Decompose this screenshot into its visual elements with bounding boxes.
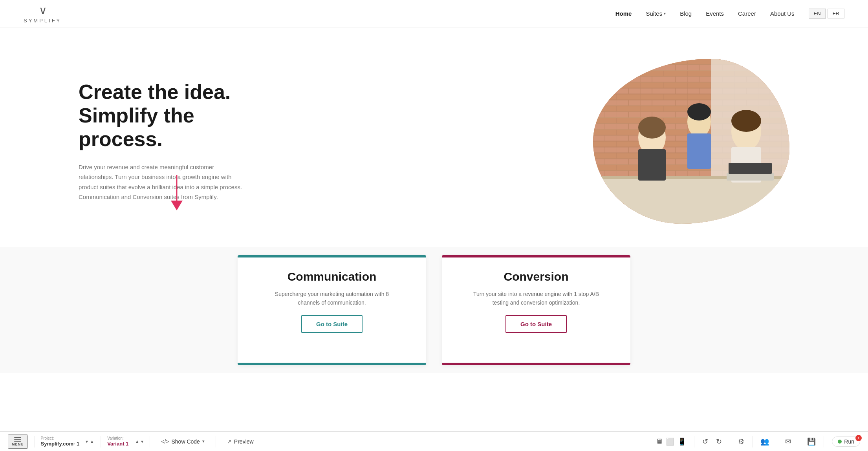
people-button[interactable]: 👥 [760, 437, 769, 446]
svg-rect-15 [729, 163, 772, 174]
variation-label: Variation: [107, 436, 128, 440]
toolbar-separator-7 [752, 436, 753, 447]
conversion-description: Turn your site into a revenue engine wit… [469, 290, 603, 307]
mobile-view-button[interactable]: 📱 [678, 437, 686, 446]
conversion-title: Conversion [504, 270, 568, 283]
save-icon: 💾 [807, 437, 816, 446]
card-bottom-bar-teal [238, 363, 426, 365]
nav-events[interactable]: Events [706, 10, 724, 17]
toolbar-separator-5 [694, 436, 694, 447]
communication-description: Supercharge your marketing automation wi… [265, 290, 399, 307]
variation-prev-arrow[interactable]: ▲ [135, 439, 139, 444]
nav-about-us[interactable]: About Us [770, 10, 795, 17]
hero-image [593, 59, 789, 224]
communication-card-body: Communication Supercharge your marketing… [238, 257, 426, 363]
toolbar-separator-9 [799, 436, 799, 447]
run-wrapper: Run 1 [832, 436, 860, 447]
chevron-down-icon: ▾ [664, 11, 666, 16]
toolbar-separator-8 [777, 436, 777, 447]
toolbar-separator-2 [101, 436, 101, 447]
nav-links: Home Suites ▾ Blog Events Career About U… [615, 9, 844, 18]
mail-button[interactable]: ✉ [785, 437, 791, 446]
project-nav-arrows: ▾ ▲ [86, 439, 94, 444]
communication-go-to-suite-button[interactable]: Go to Suite [301, 315, 363, 333]
svg-point-18 [731, 110, 761, 132]
conversion-card-body: Conversion Turn your site into a revenue… [442, 257, 630, 363]
device-group: 🖥 ⬜ 📱 [656, 437, 686, 446]
redo-icon: ↻ [716, 437, 722, 446]
project-prev-arrow[interactable]: ▾ [86, 439, 88, 444]
toolbar-separator-3 [150, 436, 150, 447]
svg-rect-11 [687, 133, 711, 169]
communication-title: Communication [288, 270, 377, 283]
hero-image-wrapper [283, 59, 789, 224]
mail-icon: ✉ [785, 437, 791, 446]
lang-fr-button[interactable]: FR [828, 9, 844, 18]
svg-point-16 [638, 117, 666, 139]
variation-name: Variant 1 [107, 441, 128, 447]
show-code-chevron-icon: ▾ [202, 439, 205, 444]
conversion-go-to-suite-button[interactable]: Go to Suite [505, 315, 567, 333]
svg-marker-20 [171, 201, 183, 210]
toolbar-separator-4 [216, 436, 216, 447]
undo-button[interactable]: ↺ [702, 437, 708, 446]
run-label: Run [844, 438, 854, 445]
toolbar-right: 🖥 ⬜ 📱 ↺ ↻ ⚙ 👥 ✉ [656, 436, 860, 447]
svg-rect-9 [638, 149, 666, 181]
card-bottom-bar-crimson [442, 363, 630, 365]
preview-button[interactable]: ↗ Preview [222, 437, 258, 446]
show-code-button[interactable]: </> Show Code ▾ [156, 437, 209, 446]
gear-icon: ⚙ [738, 437, 744, 446]
redo-button[interactable]: ↻ [716, 437, 722, 446]
nav-suites[interactable]: Suites ▾ [646, 10, 666, 17]
office-svg [593, 59, 789, 224]
nav-career[interactable]: Career [738, 10, 756, 17]
code-icon: </> [161, 438, 169, 445]
hero-section: Create the idea. Simplify the process. D… [0, 27, 868, 247]
people-icon: 👥 [760, 437, 769, 446]
bottom-toolbar: MENU Project: Symplify.com- 1 ▾ ▲ Variat… [0, 431, 868, 451]
nav-blog[interactable]: Blog [680, 10, 692, 17]
menu-button[interactable]: MENU [8, 435, 28, 449]
nav-home[interactable]: Home [615, 10, 632, 17]
run-status-dot [838, 440, 842, 444]
preview-icon: ↗ [227, 438, 232, 445]
language-switcher: EN FR [809, 9, 844, 18]
project-name: Symplify.com- 1 [41, 441, 80, 447]
svg-point-17 [687, 103, 711, 121]
project-next-arrow[interactable]: ▲ [90, 439, 94, 444]
preview-label: Preview [234, 438, 254, 445]
conversion-card: Conversion Turn your site into a revenue… [442, 255, 630, 365]
mobile-icon: 📱 [678, 437, 686, 446]
menu-label: MENU [12, 442, 24, 446]
variation-info: Variation: Variant 1 [107, 436, 128, 447]
lang-en-button[interactable]: EN [809, 9, 826, 18]
run-badge: 1 [855, 435, 862, 441]
tablet-icon: ⬜ [666, 437, 674, 446]
desktop-icon: 🖥 [656, 437, 663, 446]
undo-icon: ↺ [702, 437, 708, 446]
project-label: Project: [41, 436, 80, 440]
hamburger-icon [14, 437, 21, 442]
toolbar-left: MENU Project: Symplify.com- 1 ▾ ▲ Variat… [8, 435, 258, 449]
scroll-arrow [165, 175, 189, 216]
main-content: Create the idea. Simplify the process. D… [0, 0, 868, 431]
hero-description: Drive your revenue and create meaningful… [79, 162, 244, 202]
communication-card: Communication Supercharge your marketing… [238, 255, 426, 365]
variation-next-arrow[interactable]: ▾ [141, 439, 143, 444]
logo-text: SYMPLIFY [24, 18, 61, 24]
logo[interactable]: ∨ SYMPLIFY [24, 4, 61, 24]
cards-section: Communication Supercharge your marketing… [0, 247, 868, 373]
save-button[interactable]: 💾 [807, 437, 816, 446]
settings-button[interactable]: ⚙ [738, 437, 744, 446]
toolbar-separator-10 [824, 436, 824, 447]
project-info: Project: Symplify.com- 1 [41, 436, 80, 447]
hero-title: Create the idea. Simplify the process. [79, 80, 283, 151]
logo-icon: ∨ [39, 4, 46, 17]
toolbar-separator-1 [34, 436, 35, 447]
svg-rect-6 [593, 177, 789, 224]
tablet-view-button[interactable]: ⬜ [666, 437, 674, 446]
desktop-view-button[interactable]: 🖥 [656, 437, 663, 446]
toolbar-separator-6 [730, 436, 730, 447]
navbar: ∨ SYMPLIFY Home Suites ▾ Blog Events Car… [0, 0, 868, 27]
